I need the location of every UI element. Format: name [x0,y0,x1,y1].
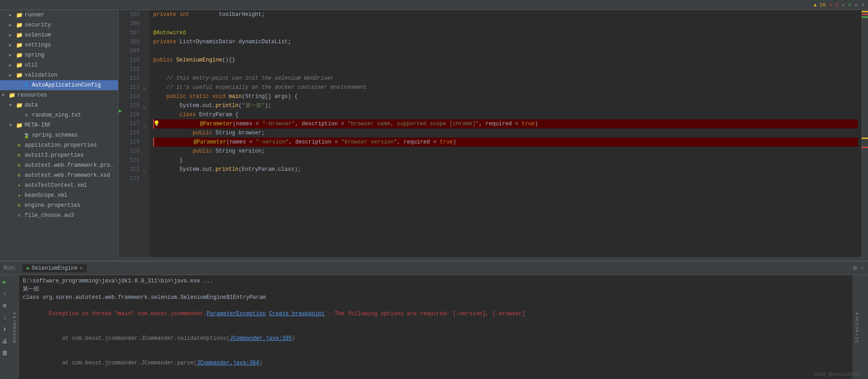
run-tab-close-button[interactable]: ✕ [79,265,83,271]
file-label: autotest.web.framework.xsd [25,172,116,179]
minimize-icon[interactable]: — [861,264,864,272]
sidebar-item-random-xing[interactable]: ≡ random_xing.txt [0,110,118,120]
file-tree-sidebar[interactable]: ▶ 📁 runner ▶ 📁 security ▶ 📁 selenium ▶ 📁… [0,10,119,261]
run-print-button[interactable]: 🖨 [0,336,10,346]
folder-icon: 📁 [16,11,23,19]
run-up-button[interactable]: ↑ [0,289,10,299]
sidebar-item-autotestcontext-xml[interactable]: ✦ autoTestContext.xml [0,180,118,190]
txt-file-icon: ≡ [23,112,30,119]
au3-icon: ≡ [16,212,23,219]
file-label: autoTestContext.xml [25,182,116,189]
sidebar-item-security[interactable]: ▶ 📁 security [0,20,118,30]
arrow-icon: ▶ [9,12,16,18]
watermark: CSDN @Aimin2022 [814,372,859,377]
sidebar-item-selenium[interactable]: ▶ 📁 selenium [0,30,118,40]
prop-icon: ⚙ [16,162,23,169]
prop-icon: ⚙ [16,142,23,149]
fold-gutter: ▽ ▽ ▽ ▽ [143,10,150,257]
folder-icon: 📁 [16,21,23,29]
sidebar-item-runner[interactable]: ▶ 📁 runner [0,10,118,20]
run-clear-button[interactable]: 🗑 [0,348,10,358]
parameter-exception-link[interactable]: ParameterException [207,311,266,317]
console-output-area: ▶ ↑ ⚙ ↓ ⬇ 🖨 🗑 Bookmarks D:\software_prog… [0,275,868,379]
sidebar-item-util[interactable]: ▶ 📁 util [0,60,118,70]
run-arrow-icon[interactable]: ▶ [119,108,122,114]
folder-icon: 📁 [8,92,16,99]
sidebar-item-autoit3-properties[interactable]: ⚙ autoit3.properties [0,150,118,160]
sidebar-item-settings[interactable]: ▶ 📁 settings [0,40,118,50]
folder-icon: 📁 [16,41,23,49]
console-line-1: D:\software_programming\java\jdk1.8.0_31… [23,277,849,285]
down-arrow[interactable]: ∨ [861,2,864,8]
settings-icon[interactable]: ⚙ [853,264,857,272]
sidebar-item-resources[interactable]: ▼ 📁 resources [0,90,118,100]
sidebar-item-beanscope-xml[interactable]: ✦ beanScope.xml [0,190,118,200]
arrow-icon: ▼ [9,103,16,108]
bottom-panel: Run: ▶ SeleniumEngine ✕ ⚙ — ▶ ↑ ⚙ ↓ ⬇ 🖨 … [0,261,868,379]
run-play-button[interactable]: ▶ [0,277,10,287]
run-scroll-to-end-button[interactable]: ⬇ [0,324,10,334]
sidebar-item-spring[interactable]: ▶ 📁 spring [0,50,118,60]
folder-label: util [25,62,116,68]
horizontal-scrollbar[interactable] [119,257,868,261]
marker-ok [862,16,868,18]
sidebar-item-engine-properties[interactable]: ⚙ engine.properties [0,200,118,210]
jcommander-364-link[interactable]: JCommander.java:364 [197,360,259,366]
sidebar-item-file-choose-au3[interactable]: ≡ file_choose.au3 [0,210,118,220]
run-tab-selenium-engine[interactable]: ▶ SeleniumEngine ✕ [22,264,87,272]
run-gutter: ▶ [119,10,122,257]
error-count[interactable]: ✕ 2 [829,2,838,8]
sidebar-item-meta-inf[interactable]: ▼ 📁 META-INF [0,120,118,130]
sidebar-item-data[interactable]: ▼ 📁 data [0,100,118,110]
up-arrow[interactable]: ∧ [855,2,858,8]
file-label: engine.properties [25,202,116,209]
prop-icon: ⚙ [16,172,23,179]
fold-marker-121[interactable]: ▽ [143,169,146,174]
sidebar-item-autotest-properties[interactable]: ⚙ autotest.web.framework.properties [0,160,118,170]
fold-marker-116[interactable]: ▽ [143,123,146,128]
run-down-button[interactable]: ↓ [0,312,10,323]
sidebar-item-application-properties[interactable]: ⚙ application.properties [0,140,118,150]
marker-line119 [862,147,868,148]
run-tab-label: SeleniumEngine [31,265,78,271]
warning-bulb-icon[interactable]: 💡 [153,119,160,128]
code-line-122: System.out.println(EntryParam.class); [153,165,858,174]
code-editor[interactable]: ▶ 105 106 107 108 109 110 111 112 113 11… [119,10,868,257]
code-line-105: private int toolbarHeight; [153,10,858,19]
console-line-6: at com.beust.jcommander.JCommander.parse… [23,351,849,375]
warnings-area: ▲ 26 ✕ 2 ✔ 4 ∧ ∨ [814,2,864,8]
folder-label: validation [25,72,116,78]
sidebar-item-autotest-xsd[interactable]: ⚙ autotest.web.framework.xsd [0,170,118,180]
code-content-area[interactable]: private int toolbarHeight; @Autowired pr… [150,10,862,257]
fold-marker-114[interactable]: ▽ [143,105,146,110]
run-settings-button[interactable]: ⚙ [0,301,10,311]
spring-icon: 🍃 [23,132,30,139]
arrow-icon: ▶ [9,22,16,28]
folder-icon: 📁 [16,31,23,39]
arrow-icon: ▶ [9,52,16,58]
run-tab-bar-actions: ⚙ — [853,264,864,272]
create-breakpoint-link[interactable]: Create breakpoint [269,311,325,317]
folder-icon: 📁 [16,102,23,109]
console-text-area[interactable]: D:\software_programming\java\jdk1.8.0_31… [19,275,852,379]
folder-label: META-INF [25,122,116,128]
code-line-113: // it's useful especially on the docker … [153,83,858,92]
folder-icon: 📁 [16,61,23,69]
code-line-121: } [153,156,858,165]
check-count[interactable]: ✔ 4 [842,2,851,8]
run-toolbar: ▶ ↑ ⚙ ↓ ⬇ 🖨 🗑 [0,275,10,379]
line-numbers: 105 106 107 108 109 110 111 112 113 114 … [122,10,143,257]
run-label: Run: [4,265,17,271]
jcommander-395-link[interactable]: JCommander.java:395 [230,335,292,342]
main-area: ▶ 📁 runner ▶ 📁 security ▶ 📁 selenium ▶ 📁… [0,10,868,261]
sidebar-item-validation[interactable]: ▶ 📁 validation [0,70,118,80]
sidebar-item-auto-application-config[interactable]: C AutoApplicationConfig [0,80,118,90]
fold-marker-112[interactable]: ▽ [143,87,146,92]
code-line-116: class EntryParam { [153,110,858,119]
folder-label: runner [25,12,116,18]
warning-count[interactable]: ▲ 26 [814,2,826,8]
sidebar-item-spring-schemas[interactable]: 🍃 spring.schemas [0,130,118,140]
xml-icon: ✦ [16,182,23,189]
code-line-115: System.out.println("第一部"); [153,101,858,110]
arrow-icon: ▼ [9,123,16,128]
